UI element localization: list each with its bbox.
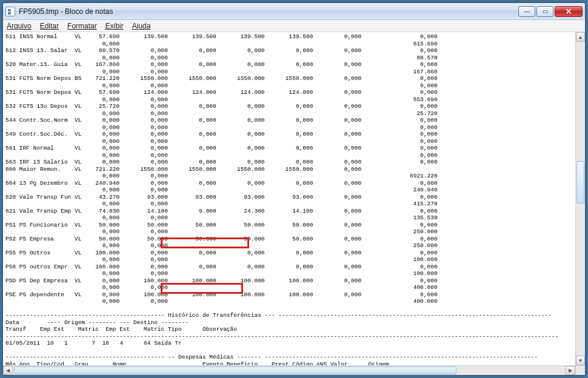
scroll-right-button[interactable]: ▶ bbox=[566, 366, 575, 375]
text-area[interactable]: 511 INSS Normal VL 57.690 139.500 139.50… bbox=[3, 32, 575, 365]
window-buttons: — ▭ ✕ bbox=[518, 6, 583, 17]
notepad-icon bbox=[5, 7, 15, 16]
text-content[interactable]: 511 INSS Normal VL 57.690 139.500 139.50… bbox=[5, 33, 573, 365]
titlebar[interactable]: FP5905.tmp - Bloco de notas — ▭ ✕ bbox=[3, 3, 585, 20]
menu-view[interactable]: Exibir bbox=[105, 22, 124, 30]
scrollbar-corner bbox=[575, 365, 585, 375]
horizontal-scrollbar[interactable]: ◀ ▶ bbox=[3, 365, 575, 375]
vscroll-track[interactable] bbox=[576, 42, 585, 356]
menu-edit[interactable]: Editar bbox=[40, 22, 59, 30]
hscroll-track[interactable] bbox=[13, 366, 566, 375]
notepad-window: FP5905.tmp - Bloco de notas — ▭ ✕ Arquiv… bbox=[2, 2, 586, 376]
menubar: Arquivo Editar Formatar Exibir Ajuda bbox=[3, 20, 585, 32]
vertical-scrollbar[interactable]: ▲ ▼ bbox=[575, 32, 585, 365]
window-title: FP5905.tmp - Bloco de notas bbox=[19, 7, 518, 16]
vscroll-thumb[interactable] bbox=[576, 161, 584, 204]
menu-format[interactable]: Formatar bbox=[67, 22, 97, 30]
minimize-button[interactable]: — bbox=[518, 6, 535, 17]
scroll-down-button[interactable]: ▼ bbox=[576, 356, 585, 365]
scroll-left-button[interactable]: ◀ bbox=[3, 366, 13, 375]
close-button[interactable]: ✕ bbox=[555, 6, 583, 17]
menu-help[interactable]: Ajuda bbox=[132, 22, 151, 30]
maximize-button[interactable]: ▭ bbox=[536, 6, 553, 17]
menu-file[interactable]: Arquivo bbox=[7, 22, 32, 30]
client-area: 511 INSS Normal VL 57.690 139.500 139.50… bbox=[3, 32, 585, 365]
scroll-up-button[interactable]: ▲ bbox=[576, 32, 585, 42]
hscroll-thumb[interactable] bbox=[14, 366, 456, 374]
